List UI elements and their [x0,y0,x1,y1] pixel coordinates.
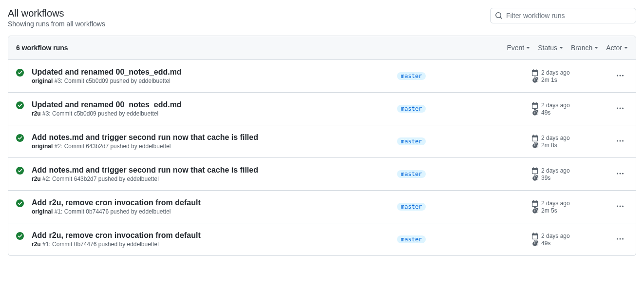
stopwatch-icon [531,109,538,116]
branch-badge[interactable]: master [397,235,426,243]
svg-point-14 [620,173,621,174]
svg-point-13 [617,173,618,174]
run-title[interactable]: Add notes.md and trigger second run now … [32,133,389,142]
kebab-icon [616,104,624,112]
workflow-name: original [32,78,53,84]
workflow-name: r2u [32,110,41,117]
workflow-name: original [32,143,53,150]
filter-event[interactable]: Event [507,44,530,52]
search-icon [495,12,503,20]
run-meta-text: #3: Commit c5b0d09 pushed by eddelbuette… [41,110,159,117]
run-title[interactable]: Add r2u, remove cron invocation from def… [32,231,389,240]
run-meta: r2u #3: Commit c5b0d09 pushed by eddelbu… [32,110,389,117]
run-row: Add r2u, remove cron invocation from def… [8,223,636,255]
filters: Event Status Branch Actor [507,44,628,52]
svg-point-7 [622,107,624,109]
workflow-name: original [32,208,53,215]
run-timestamp: 2 days ago [541,135,570,141]
kebab-icon [616,170,624,177]
search-input[interactable] [490,8,636,23]
run-timestamp: 2 days ago [541,167,570,174]
branch-badge[interactable]: master [397,203,426,211]
kebab-icon [616,235,624,243]
runs-box: 6 workflow runs Event Status Branch Acto… [8,36,636,256]
calendar-icon [531,233,538,239]
branch-badge[interactable]: master [397,137,426,145]
page-subtitle: Showing runs from all workflows [8,20,105,28]
svg-point-12 [16,167,24,175]
calendar-icon [531,69,538,76]
run-count-label: 6 workflow runs [16,44,68,52]
run-meta-text: #2: Commit 643b2d7 pushed by eddelbuette… [53,143,170,150]
run-duration: 2m 1s [541,77,557,83]
filter-actor[interactable]: Actor [606,44,628,52]
stopwatch-icon [531,175,538,181]
run-meta-text: #1: Commit 0b74476 pushed by eddelbuette… [53,208,170,215]
page-title: All workflows [8,8,105,19]
svg-point-4 [16,101,24,109]
run-meta: r2u #1: Commit 0b74476 pushed by eddelbu… [32,241,389,248]
svg-point-2 [620,75,621,76]
branch-badge[interactable]: master [397,105,426,113]
branch-badge[interactable]: master [397,170,426,178]
caret-down-icon [624,47,628,49]
run-menu-button[interactable] [613,199,627,215]
svg-point-19 [622,205,624,207]
run-row: Add notes.md and trigger second run now … [8,125,636,158]
kebab-icon [616,137,624,145]
success-icon [16,232,24,241]
search-wrap [490,8,636,23]
run-title[interactable]: Add r2u, remove cron invocation from def… [32,198,389,207]
run-title[interactable]: Add notes.md and trigger second run now … [32,166,389,175]
run-duration: 2m 8s [541,142,557,149]
run-menu-button[interactable] [613,101,627,117]
success-icon [16,69,24,78]
run-meta: original #1: Commit 0b74476 pushed by ed… [32,208,389,215]
workflow-name: r2u [32,176,41,182]
success-icon [16,101,24,111]
run-meta-text: #2: Commit 643b2d7 pushed by eddelbuette… [41,176,159,182]
run-meta-text: #3: Commit c5b0d09 pushed by eddelbuette… [53,78,170,84]
run-row: Updated and renamed 00_notes_edd.md orig… [8,60,636,93]
filter-branch-label: Branch [571,44,592,52]
filter-branch[interactable]: Branch [571,44,598,52]
caret-down-icon [559,47,563,49]
filter-status-label: Status [538,44,557,52]
caret-down-icon [526,47,530,49]
run-timestamp: 2 days ago [541,200,570,207]
calendar-icon [531,102,538,109]
run-timestamp: 2 days ago [541,102,570,109]
svg-point-8 [16,134,24,142]
filter-actor-label: Actor [606,44,622,52]
run-meta: r2u #2: Commit 643b2d7 pushed by eddelbu… [32,176,389,182]
run-menu-button[interactable] [613,232,627,247]
run-meta: original #3: Commit c5b0d09 pushed by ed… [32,78,389,84]
calendar-icon [531,167,538,174]
run-menu-button[interactable] [613,134,627,149]
stopwatch-icon [531,77,538,83]
run-meta-text: #1: Commit 0b74476 pushed by eddelbuette… [41,241,159,248]
svg-point-20 [16,232,24,240]
svg-point-3 [622,75,624,76]
run-menu-button[interactable] [613,167,627,182]
filter-status[interactable]: Status [538,44,563,52]
run-duration: 39s [541,175,550,181]
svg-point-10 [620,140,621,141]
svg-point-0 [16,69,24,77]
kebab-icon [616,202,624,210]
branch-badge[interactable]: master [397,72,426,80]
svg-point-18 [620,205,621,207]
svg-point-9 [617,140,618,141]
calendar-icon [531,135,538,141]
stopwatch-icon [531,142,538,149]
svg-point-21 [617,238,618,239]
run-timestamp: 2 days ago [541,69,570,76]
run-menu-button[interactable] [613,69,627,84]
calendar-icon [531,200,538,207]
run-title[interactable]: Updated and renamed 00_notes_edd.md [32,68,389,77]
run-row: Add r2u, remove cron invocation from def… [8,191,636,223]
filter-event-label: Event [507,44,524,52]
run-title[interactable]: Updated and renamed 00_notes_edd.md [32,100,389,109]
run-row: Add notes.md and trigger second run now … [8,158,636,191]
box-header: 6 workflow runs Event Status Branch Acto… [8,36,636,60]
